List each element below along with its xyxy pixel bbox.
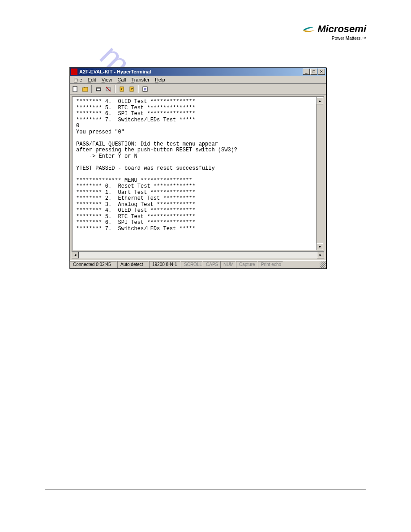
scroll-down-icon[interactable]: ▼	[317, 243, 323, 250]
toolbar-connect-icon[interactable]	[94, 85, 103, 94]
scroll-up-icon[interactable]: ▲	[317, 97, 323, 104]
menu-edit[interactable]: Edit	[85, 77, 99, 83]
toolbar-open-icon[interactable]	[81, 85, 90, 94]
toolbar-send-icon[interactable]	[117, 85, 126, 94]
scroll-right-icon[interactable]: ►	[317, 252, 324, 258]
menu-view[interactable]: View	[99, 77, 115, 83]
maximize-button[interactable]: □	[310, 69, 317, 75]
scroll-left-icon[interactable]: ◄	[72, 252, 79, 258]
svg-rect-2	[97, 89, 100, 90]
resize-grip-icon[interactable]	[320, 262, 326, 268]
logo-swirl-icon	[302, 24, 316, 34]
status-scroll: SCROLL	[181, 261, 202, 268]
toolbar	[70, 84, 326, 94]
status-settings: 19200 8-N-1	[149, 261, 180, 268]
menu-transfer[interactable]: Transfer	[128, 77, 152, 83]
brand-tagline: Power Matters.™	[332, 36, 366, 41]
menu-help[interactable]: Help	[152, 77, 168, 83]
status-caps: CAPS	[203, 261, 220, 268]
brand-logo: Microsemi Power Matters.™	[302, 23, 366, 41]
window-title: A2F-EVAL-KIT - HyperTerminal	[79, 69, 151, 74]
footer-divider	[45, 489, 366, 489]
status-autodetect: Auto detect	[117, 261, 149, 268]
hyperterminal-window: A2F-EVAL-KIT - HyperTerminal _ □ ✕ File …	[69, 67, 326, 269]
toolbar-properties-icon[interactable]	[141, 85, 150, 94]
status-capture: Capture	[236, 261, 257, 268]
menu-call[interactable]: Call	[115, 77, 128, 83]
close-button[interactable]: ✕	[318, 69, 325, 75]
titlebar[interactable]: A2F-EVAL-KIT - HyperTerminal _ □ ✕	[70, 68, 326, 76]
menu-file[interactable]: File	[72, 77, 85, 83]
statusbar: Connected 0:02:45 Auto detect 19200 8-N-…	[70, 260, 326, 268]
minimize-button[interactable]: _	[303, 69, 310, 75]
brand-name: Microsemi	[317, 23, 366, 35]
svg-rect-0	[73, 86, 77, 92]
terminal-output[interactable]: ******** 4. OLED Test ************** ***…	[73, 97, 316, 250]
status-num: NUM	[220, 261, 235, 268]
status-printecho: Print echo	[258, 261, 283, 268]
vertical-scrollbar[interactable]: ▲ ▼	[316, 97, 323, 250]
status-connected: Connected 0:02:45	[70, 261, 117, 268]
toolbar-receive-icon[interactable]	[127, 85, 136, 94]
horizontal-scrollbar[interactable]: ◄ ►	[72, 251, 324, 258]
menubar: File Edit View Call Transfer Help	[70, 76, 326, 84]
app-icon	[71, 69, 77, 75]
toolbar-new-icon[interactable]	[71, 85, 80, 94]
toolbar-disconnect-icon[interactable]	[104, 85, 113, 94]
